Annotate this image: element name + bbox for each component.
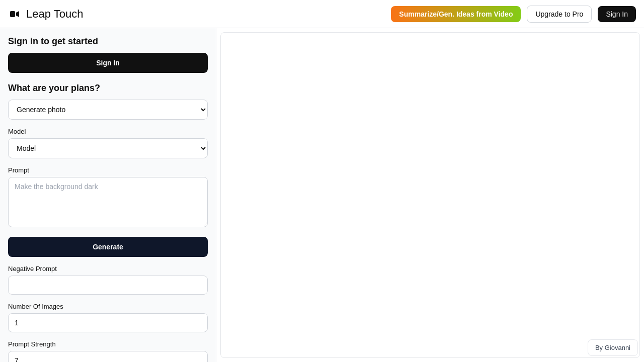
plan-select-group: Generate photo Edit photo Upscale photo — [8, 100, 208, 120]
logo-text: Leap Touch — [26, 8, 83, 21]
summarize-button[interactable]: Summarize/Gen. Ideas from Video — [391, 6, 521, 22]
signin-heading: Sign in to get started — [8, 36, 208, 47]
signin-full-button[interactable]: Sign In — [8, 53, 208, 73]
num-images-group: Number Of Images — [8, 303, 208, 332]
right-panel — [220, 32, 640, 358]
prompt-group: Prompt — [8, 166, 208, 229]
model-group: Model Model Stable Diffusion XL Stable D… — [8, 128, 208, 158]
logo-icon — [8, 7, 22, 21]
by-giovanni: By Giovanni — [588, 339, 638, 356]
plans-heading: What are your plans? — [8, 83, 208, 94]
prompt-label: Prompt — [8, 166, 208, 174]
svg-rect-0 — [10, 11, 15, 17]
upgrade-button[interactable]: Upgrade to Pro — [527, 6, 592, 23]
logo: Leap Touch — [8, 7, 83, 21]
model-select[interactable]: Model Stable Diffusion XL Stable Diffusi… — [8, 138, 208, 158]
main-layout: Sign in to get started Sign In What are … — [0, 28, 644, 362]
negative-prompt-label: Negative Prompt — [8, 265, 208, 273]
header-actions: Summarize/Gen. Ideas from Video Upgrade … — [391, 6, 636, 23]
prompt-strength-label: Prompt Strength — [8, 340, 208, 348]
prompt-strength-group: Prompt Strength — [8, 340, 208, 362]
plan-select[interactable]: Generate photo Edit photo Upscale photo — [8, 100, 208, 120]
model-label: Model — [8, 128, 208, 135]
prompt-textarea[interactable] — [8, 177, 208, 227]
negative-prompt-input[interactable] — [8, 276, 208, 295]
generate-button[interactable]: Generate — [8, 237, 208, 257]
num-images-label: Number Of Images — [8, 303, 208, 310]
prompt-strength-input[interactable] — [8, 351, 208, 362]
header-signin-button[interactable]: Sign In — [598, 6, 636, 22]
header: Leap Touch Summarize/Gen. Ideas from Vid… — [0, 0, 644, 28]
left-panel: Sign in to get started Sign In What are … — [0, 28, 216, 362]
num-images-input[interactable] — [8, 313, 208, 332]
negative-prompt-group: Negative Prompt — [8, 265, 208, 295]
